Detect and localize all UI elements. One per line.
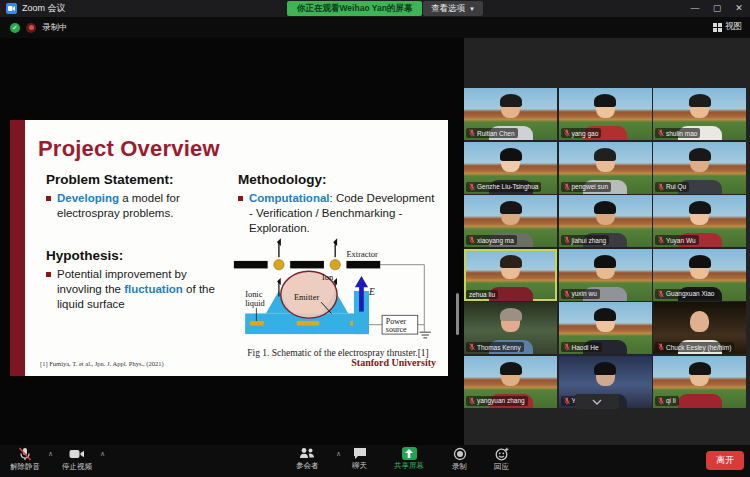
muted-mic-icon	[658, 397, 664, 405]
participant-name: Ruitian Chen	[477, 130, 515, 137]
muted-mic-icon	[658, 129, 664, 137]
muted-mic-icon	[564, 129, 570, 137]
leave-button[interactable]: 离开	[706, 451, 744, 470]
participant-tile[interactable]: Yuyan Wu	[653, 195, 746, 247]
participant-name: Thomas Kenny	[477, 344, 521, 351]
participant-tile[interactable]: pengwei sun	[559, 142, 652, 194]
participants-options-chevron[interactable]: ∧	[336, 450, 341, 458]
participant-body	[678, 394, 722, 408]
participant-name-tag: yuxin wu	[561, 289, 600, 299]
participant-name: pengwei sun	[572, 183, 609, 190]
record-button[interactable]: 录制	[452, 447, 467, 472]
problem-section: Problem Statement: Developing a model fo…	[46, 172, 216, 221]
view-options-button[interactable]: 查看选项 ▼	[423, 1, 483, 16]
bullet-icon	[238, 196, 243, 201]
participant-tile[interactable]: xiaoyang ma	[464, 195, 557, 247]
muted-mic-icon	[658, 290, 664, 298]
participant-hair	[500, 308, 522, 321]
participant-name-tag: pengwei sun	[561, 182, 612, 192]
participant-tile[interactable]: jiahui zhang	[559, 195, 652, 247]
share-screen-icon	[402, 447, 417, 460]
methodology-section: Methodology: Computational: Code Develop…	[238, 172, 438, 236]
participant-tile[interactable]: yuxin wu	[559, 249, 652, 301]
record-icon	[453, 447, 467, 461]
participant-tile[interactable]: yang gao	[559, 88, 652, 140]
mic-options-chevron[interactable]: ∧	[48, 450, 53, 458]
participant-tile[interactable]: Ruitian Chen	[464, 88, 557, 140]
muted-mic-icon	[469, 129, 475, 137]
participant-name: jiahui zhang	[572, 237, 607, 244]
chevron-down-icon	[592, 399, 602, 405]
muted-mic-icon	[469, 343, 475, 351]
participant-tile[interactable]: Guangxuan Xiao	[653, 249, 746, 301]
participant-name: Chuck Eesley (he/him)	[666, 344, 731, 351]
participant-grid: Ruitian Chen yang gao shulin mao Genzhe …	[464, 88, 748, 408]
unmute-button[interactable]: 解除静音	[10, 447, 40, 472]
participant-tile[interactable]: Rui Qu	[653, 142, 746, 194]
participant-name-tag: Genzhe Liu-Tsinghua	[466, 182, 541, 192]
participant-face	[690, 311, 709, 332]
participant-tile[interactable]: Genzhe Liu-Tsinghua	[464, 142, 557, 194]
view-layout-button[interactable]: 视图	[713, 21, 742, 33]
bullet-icon	[46, 272, 51, 277]
label-source: source	[386, 325, 407, 334]
participant-name-tag: zehua liu	[466, 290, 498, 299]
maximize-button[interactable]: ▢	[706, 0, 728, 16]
participant-hair	[500, 362, 522, 375]
participant-name: xiaoyang ma	[477, 237, 514, 244]
participant-name: Guangxuan Xiao	[666, 290, 714, 297]
muted-mic-icon	[469, 183, 475, 191]
participant-hair	[689, 148, 711, 161]
participant-name-tag: Yuyan Wu	[655, 235, 699, 245]
methodology-text: Computational: Code Development - Verifi…	[249, 191, 438, 236]
shared-screen-area: Project Overview Problem Statement: Deve…	[0, 38, 464, 445]
participant-tile[interactable]: Haodi He	[559, 302, 652, 354]
presentation-slide: Project Overview Problem Statement: Deve…	[10, 120, 448, 376]
stop-video-button[interactable]: 停止视频	[62, 447, 92, 472]
participant-tile[interactable]: qi li	[653, 356, 746, 408]
muted-mic-icon	[658, 236, 664, 244]
participant-name-tag: shulin mao	[655, 128, 700, 138]
participant-tile[interactable]: zehua liu	[464, 249, 557, 301]
label-extractor: Extractor	[346, 249, 378, 259]
participant-tile[interactable]: shulin mao	[653, 88, 746, 140]
reactions-button[interactable]: 回应	[494, 447, 509, 472]
share-screen-button[interactable]: 共享屏幕	[394, 447, 424, 471]
participant-name-tag: yangyuan zhang	[466, 396, 528, 406]
scrollbar-thumb[interactable]	[456, 293, 459, 335]
participant-tile[interactable]: Thomas Kenny	[464, 302, 557, 354]
participant-name-tag: Ruitian Chen	[466, 128, 518, 138]
participants-button[interactable]: 参会者	[296, 447, 319, 471]
participant-name: shulin mao	[666, 130, 697, 137]
close-button[interactable]: ✕	[728, 0, 750, 16]
label-e-field: E	[368, 287, 375, 297]
figure-schematic: Extractor Ion Ionic liquid Emitter E Pow…	[232, 238, 444, 358]
zoom-logo-icon	[6, 3, 17, 14]
participant-tile[interactable]: Chuck Eesley (he/him)	[653, 302, 746, 354]
camera-icon	[69, 447, 85, 461]
participant-name-tag: qi li	[655, 396, 679, 406]
participant-name-tag: Thomas Kenny	[466, 342, 524, 352]
participant-name-tag: Chuck Eesley (he/him)	[655, 342, 734, 352]
participant-tile[interactable]: yangyuan zhang	[464, 356, 557, 408]
recording-icon	[26, 23, 36, 33]
label-liquid: liquid	[245, 298, 265, 308]
video-options-chevron[interactable]: ∧	[100, 450, 105, 458]
mic-muted-icon	[18, 447, 32, 461]
hypothesis-heading: Hypothesis:	[46, 248, 226, 263]
participant-name-tag: Haodi He	[561, 342, 602, 352]
participant-hair	[594, 255, 616, 268]
reaction-smiley-icon	[495, 447, 509, 461]
security-shield-icon[interactable]: ✓	[10, 23, 20, 33]
participant-name-tag: Guangxuan Xiao	[655, 289, 717, 299]
chevron-down-icon: ▼	[469, 6, 475, 12]
participant-hair	[500, 201, 522, 214]
scroll-down-button[interactable]	[575, 394, 619, 409]
hypothesis-section: Hypothesis: Potential improvement by inv…	[46, 248, 226, 312]
participant-name-tag: Rui Qu	[655, 182, 689, 192]
chat-button[interactable]: 聊天	[352, 447, 367, 471]
minimize-button[interactable]: —	[684, 0, 706, 16]
participant-name: Yuyan Wu	[666, 237, 696, 244]
muted-mic-icon	[564, 236, 570, 244]
participant-name: Genzhe Liu-Tsinghua	[477, 183, 538, 190]
